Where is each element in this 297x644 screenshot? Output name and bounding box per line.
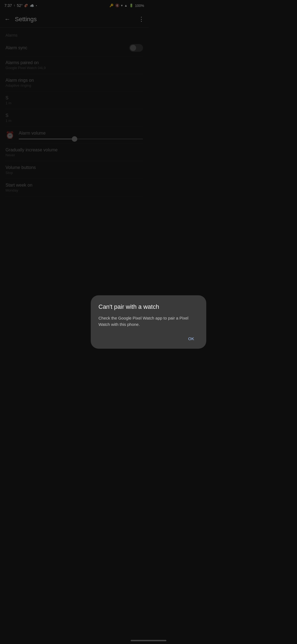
dialog-overlay: Can't pair with a watch Check the Google…: [0, 0, 148, 322]
dialog-body: Check the Google Pixel Watch app to pair…: [98, 315, 148, 322]
cant-pair-dialog: Can't pair with a watch Check the Google…: [91, 295, 148, 322]
dialog-title: Can't pair with a watch: [98, 303, 148, 311]
